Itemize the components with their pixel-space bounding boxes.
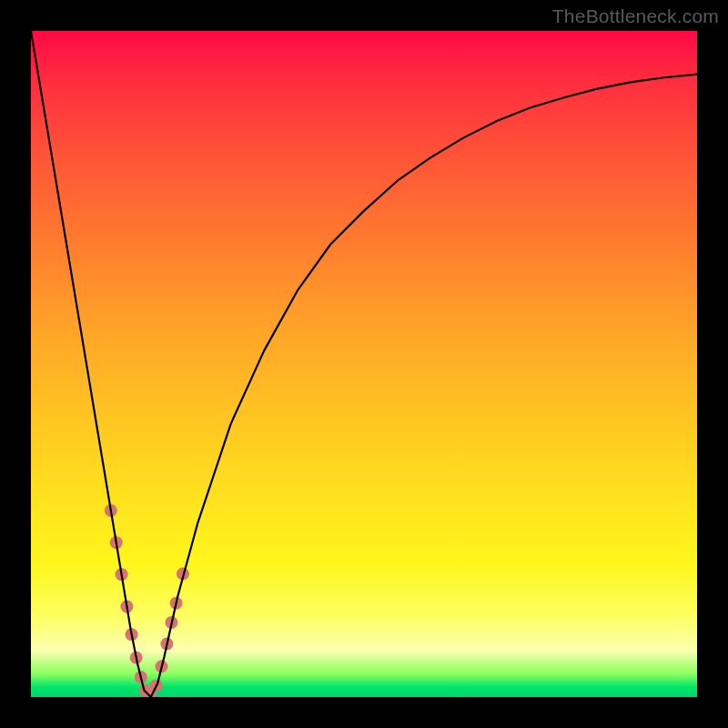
bottleneck-curve — [31, 31, 697, 697]
watermark-text: TheBottleneck.com — [552, 5, 719, 27]
chart-stage: TheBottleneck.com — [0, 0, 728, 728]
curve-svg — [31, 31, 697, 697]
plot-area — [31, 31, 697, 697]
